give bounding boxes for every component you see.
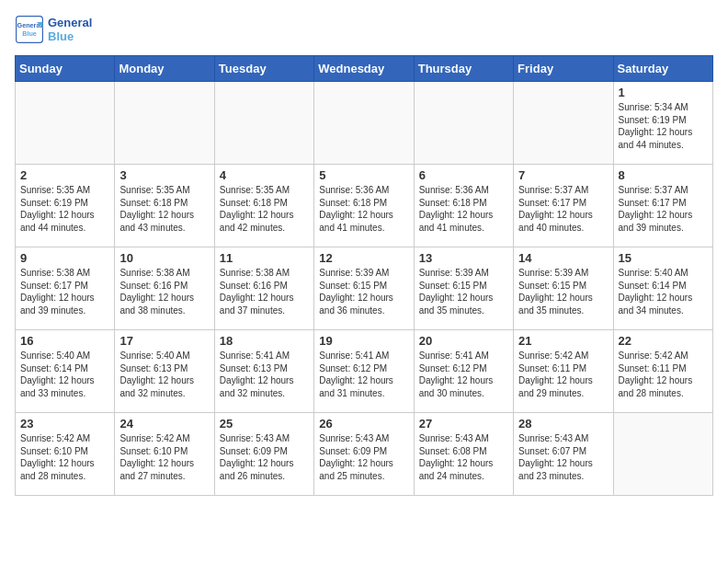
- day-cell: [115, 82, 214, 165]
- day-info: Sunrise: 5:43 AM Sunset: 6:09 PM Dayligh…: [319, 432, 408, 482]
- day-cell: 10Sunrise: 5:38 AM Sunset: 6:16 PM Dayli…: [115, 247, 214, 330]
- calendar-table: SundayMondayTuesdayWednesdayThursdayFrid…: [15, 55, 713, 496]
- day-info: Sunrise: 5:37 AM Sunset: 6:17 PM Dayligh…: [518, 184, 608, 234]
- day-number: 4: [220, 168, 309, 182]
- logo: General Blue General Blue: [15, 15, 92, 44]
- day-cell: [314, 82, 414, 165]
- day-cell: 17Sunrise: 5:40 AM Sunset: 6:13 PM Dayli…: [115, 330, 214, 413]
- day-cell: 12Sunrise: 5:39 AM Sunset: 6:15 PM Dayli…: [314, 247, 414, 330]
- day-cell: 27Sunrise: 5:43 AM Sunset: 6:08 PM Dayli…: [414, 413, 513, 496]
- day-info: Sunrise: 5:41 AM Sunset: 6:13 PM Dayligh…: [220, 350, 309, 399]
- day-cell: 8Sunrise: 5:37 AM Sunset: 6:17 PM Daylig…: [613, 165, 712, 247]
- day-number: 28: [518, 417, 608, 431]
- day-cell: [414, 82, 513, 165]
- day-info: Sunrise: 5:35 AM Sunset: 6:18 PM Dayligh…: [220, 184, 309, 234]
- day-info: Sunrise: 5:43 AM Sunset: 6:07 PM Dayligh…: [518, 432, 608, 482]
- day-number: 10: [119, 251, 209, 265]
- day-info: Sunrise: 5:41 AM Sunset: 6:12 PM Dayligh…: [319, 350, 408, 399]
- day-cell: 13Sunrise: 5:39 AM Sunset: 6:15 PM Dayli…: [414, 247, 513, 330]
- header-monday: Monday: [115, 56, 214, 82]
- day-number: 5: [319, 168, 408, 182]
- day-cell: 25Sunrise: 5:43 AM Sunset: 6:09 PM Dayli…: [214, 413, 313, 496]
- day-info: Sunrise: 5:39 AM Sunset: 6:15 PM Dayligh…: [419, 267, 508, 316]
- day-cell: [16, 82, 115, 165]
- header-saturday: Saturday: [613, 56, 712, 82]
- day-number: 26: [319, 417, 408, 431]
- day-info: Sunrise: 5:42 AM Sunset: 6:11 PM Dayligh…: [619, 350, 708, 399]
- day-cell: 21Sunrise: 5:42 AM Sunset: 6:11 PM Dayli…: [514, 330, 613, 413]
- day-cell: 2Sunrise: 5:35 AM Sunset: 6:19 PM Daylig…: [16, 165, 115, 247]
- day-info: Sunrise: 5:36 AM Sunset: 6:18 PM Dayligh…: [319, 184, 408, 234]
- day-info: Sunrise: 5:42 AM Sunset: 6:10 PM Dayligh…: [119, 432, 209, 482]
- week-row-2: 2Sunrise: 5:35 AM Sunset: 6:19 PM Daylig…: [16, 165, 713, 247]
- week-row-4: 16Sunrise: 5:40 AM Sunset: 6:14 PM Dayli…: [16, 330, 713, 413]
- day-info: Sunrise: 5:43 AM Sunset: 6:09 PM Dayligh…: [220, 432, 309, 482]
- day-number: 27: [419, 417, 508, 431]
- header-friday: Friday: [514, 56, 613, 82]
- day-cell: 26Sunrise: 5:43 AM Sunset: 6:09 PM Dayli…: [314, 413, 414, 496]
- day-cell: 16Sunrise: 5:40 AM Sunset: 6:14 PM Dayli…: [16, 330, 115, 413]
- day-number: 21: [518, 334, 608, 348]
- day-cell: 19Sunrise: 5:41 AM Sunset: 6:12 PM Dayli…: [314, 330, 414, 413]
- day-info: Sunrise: 5:34 AM Sunset: 6:19 PM Dayligh…: [619, 101, 708, 151]
- day-number: 22: [619, 334, 708, 348]
- day-info: Sunrise: 5:39 AM Sunset: 6:15 PM Dayligh…: [518, 267, 608, 316]
- day-number: 8: [619, 168, 708, 182]
- day-cell: 28Sunrise: 5:43 AM Sunset: 6:07 PM Dayli…: [514, 413, 613, 496]
- day-number: 24: [119, 417, 209, 431]
- day-cell: [514, 82, 613, 165]
- day-cell: 11Sunrise: 5:38 AM Sunset: 6:16 PM Dayli…: [214, 247, 313, 330]
- day-info: Sunrise: 5:35 AM Sunset: 6:19 PM Dayligh…: [20, 184, 109, 234]
- svg-text:Blue: Blue: [22, 29, 37, 38]
- week-row-3: 9Sunrise: 5:38 AM Sunset: 6:17 PM Daylig…: [16, 247, 713, 330]
- day-cell: [613, 413, 712, 496]
- day-number: 16: [20, 334, 109, 348]
- day-number: 17: [119, 334, 209, 348]
- day-cell: 9Sunrise: 5:38 AM Sunset: 6:17 PM Daylig…: [16, 247, 115, 330]
- day-number: 12: [319, 251, 408, 265]
- day-cell: 4Sunrise: 5:35 AM Sunset: 6:18 PM Daylig…: [214, 165, 313, 247]
- day-number: 13: [419, 251, 508, 265]
- header-thursday: Thursday: [414, 56, 513, 82]
- day-number: 14: [518, 251, 608, 265]
- day-number: 15: [619, 251, 708, 265]
- day-number: 1: [619, 86, 708, 99]
- day-info: Sunrise: 5:36 AM Sunset: 6:18 PM Dayligh…: [419, 184, 508, 234]
- day-info: Sunrise: 5:40 AM Sunset: 6:14 PM Dayligh…: [619, 267, 708, 316]
- day-info: Sunrise: 5:37 AM Sunset: 6:17 PM Dayligh…: [619, 184, 708, 234]
- day-number: 23: [20, 417, 109, 431]
- day-cell: 22Sunrise: 5:42 AM Sunset: 6:11 PM Dayli…: [613, 330, 712, 413]
- day-number: 18: [220, 334, 309, 348]
- day-cell: 15Sunrise: 5:40 AM Sunset: 6:14 PM Dayli…: [613, 247, 712, 330]
- header-tuesday: Tuesday: [214, 56, 313, 82]
- day-info: Sunrise: 5:38 AM Sunset: 6:17 PM Dayligh…: [20, 267, 109, 316]
- day-cell: 24Sunrise: 5:42 AM Sunset: 6:10 PM Dayli…: [115, 413, 214, 496]
- day-cell: 3Sunrise: 5:35 AM Sunset: 6:18 PM Daylig…: [115, 165, 214, 247]
- day-number: 6: [419, 168, 508, 182]
- day-cell: 18Sunrise: 5:41 AM Sunset: 6:13 PM Dayli…: [214, 330, 313, 413]
- logo-icon: General Blue: [15, 15, 44, 44]
- day-cell: 1Sunrise: 5:34 AM Sunset: 6:19 PM Daylig…: [613, 82, 712, 165]
- day-info: Sunrise: 5:42 AM Sunset: 6:11 PM Dayligh…: [518, 350, 608, 399]
- day-info: Sunrise: 5:39 AM Sunset: 6:15 PM Dayligh…: [319, 267, 408, 316]
- day-cell: 20Sunrise: 5:41 AM Sunset: 6:12 PM Dayli…: [414, 330, 513, 413]
- day-cell: 6Sunrise: 5:36 AM Sunset: 6:18 PM Daylig…: [414, 165, 513, 247]
- day-info: Sunrise: 5:38 AM Sunset: 6:16 PM Dayligh…: [220, 267, 309, 316]
- week-row-5: 23Sunrise: 5:42 AM Sunset: 6:10 PM Dayli…: [16, 413, 713, 496]
- day-cell: 23Sunrise: 5:42 AM Sunset: 6:10 PM Dayli…: [16, 413, 115, 496]
- day-info: Sunrise: 5:38 AM Sunset: 6:16 PM Dayligh…: [119, 267, 209, 316]
- day-cell: 14Sunrise: 5:39 AM Sunset: 6:15 PM Dayli…: [514, 247, 613, 330]
- day-number: 3: [119, 168, 209, 182]
- day-number: 11: [220, 251, 309, 265]
- day-number: 9: [20, 251, 109, 265]
- day-info: Sunrise: 5:40 AM Sunset: 6:13 PM Dayligh…: [119, 350, 209, 399]
- logo-blue: Blue: [48, 29, 92, 43]
- calendar-header-row: SundayMondayTuesdayWednesdayThursdayFrid…: [16, 56, 713, 82]
- day-number: 25: [220, 417, 309, 431]
- day-number: 7: [518, 168, 608, 182]
- logo-general: General: [48, 16, 92, 29]
- day-info: Sunrise: 5:43 AM Sunset: 6:08 PM Dayligh…: [419, 432, 508, 482]
- day-number: 2: [20, 168, 109, 182]
- week-row-1: 1Sunrise: 5:34 AM Sunset: 6:19 PM Daylig…: [16, 82, 713, 165]
- day-info: Sunrise: 5:42 AM Sunset: 6:10 PM Dayligh…: [20, 432, 109, 482]
